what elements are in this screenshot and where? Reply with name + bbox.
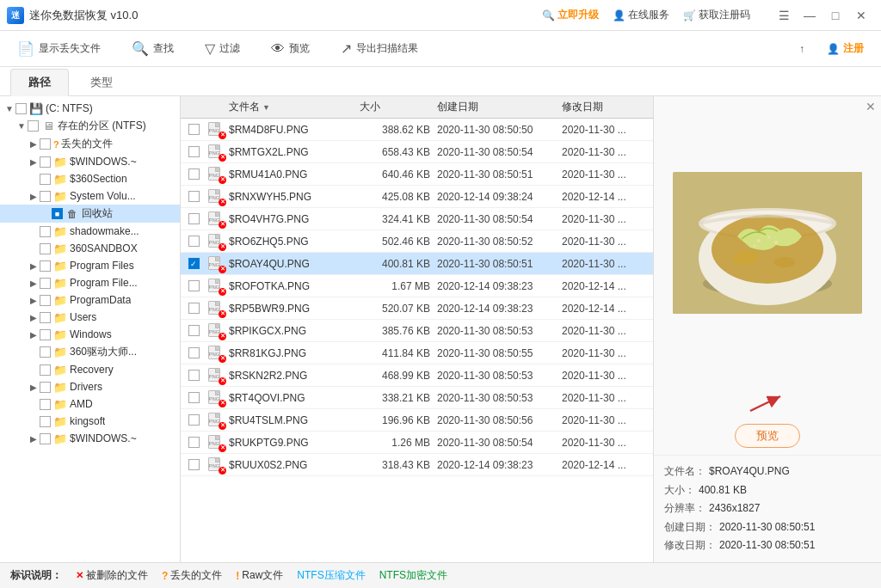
register-code-btn[interactable]: 🛒 获取注册码	[683, 8, 750, 22]
tree-item-amd[interactable]: ▶ 📁 AMD	[0, 395, 180, 413]
tree-item-windows1[interactable]: ▶ 📁 $WINDOWS.~	[0, 153, 180, 170]
checkbox[interactable]	[188, 392, 200, 403]
table-row[interactable]: ✓ PNG ✕ $ROAY4QU.PNG400.81 KB2020-11-30 …	[181, 253, 653, 275]
checkbox[interactable]: ✓	[188, 258, 200, 269]
tree-item-drive-c[interactable]: ▼ 💾 (C: NTFS)	[0, 100, 180, 117]
tree-item-lost-files[interactable]: ▶ ? 丢失的文件	[0, 135, 180, 153]
file-checkbox[interactable]	[181, 392, 206, 403]
file-checkbox[interactable]	[181, 236, 206, 247]
table-row[interactable]: PNG ✕ $RUUX0S2.PNG318.43 KB2020-12-14 09…	[181, 454, 653, 476]
checkbox[interactable]	[188, 459, 200, 470]
file-checkbox[interactable]	[181, 370, 206, 381]
tree-item-recycle[interactable]: ▶ ■ 🗑 回收站	[0, 205, 180, 223]
tree-checkbox-recycle[interactable]: ■	[52, 208, 63, 219]
checkbox[interactable]	[188, 280, 200, 291]
tree-checkbox[interactable]	[40, 156, 51, 168]
share-button[interactable]: ↑	[792, 40, 811, 58]
table-row[interactable]: PNG ✕ $RM4D8FU.PNG388.62 KB2020-11-30 08…	[181, 119, 653, 141]
tree-item-360section[interactable]: ▶ 📁 $360Section	[0, 170, 180, 187]
file-checkbox[interactable]	[181, 213, 206, 224]
preview-close-button[interactable]: ✕	[866, 100, 876, 113]
tree-checkbox[interactable]	[40, 312, 51, 323]
tree-toggle[interactable]: ▼	[3, 102, 15, 114]
table-row[interactable]: PNG ✕ $RMTGX2L.PNG658.43 KB2020-11-30 08…	[181, 141, 653, 163]
file-checkbox[interactable]	[181, 168, 206, 180]
checkbox[interactable]	[188, 437, 200, 448]
table-row[interactable]: PNG ✕ $RU4TSLM.PNG196.96 KB2020-11-30 08…	[181, 409, 653, 432]
checkbox[interactable]	[188, 370, 200, 381]
tree-toggle[interactable]: ▶	[28, 277, 40, 289]
tree-checkbox[interactable]	[40, 364, 51, 376]
checkbox[interactable]	[188, 347, 200, 358]
tree-item-system-vol[interactable]: ▶ 📁 System Volu...	[0, 187, 180, 205]
header-size-col[interactable]: 大小	[356, 100, 434, 114]
file-checkbox[interactable]	[181, 146, 206, 157]
tree-checkbox[interactable]	[40, 226, 51, 237]
table-row[interactable]: PNG ✕ $RPIKGCX.PNG385.76 KB2020-11-30 08…	[181, 320, 653, 342]
maximize-button[interactable]: □	[822, 3, 848, 28]
tree-checkbox[interactable]	[40, 138, 51, 150]
tree-item-program-file2[interactable]: ▶ 📁 Program File...	[0, 274, 180, 291]
file-checkbox[interactable]	[181, 303, 206, 314]
tree-checkbox[interactable]	[15, 103, 27, 114]
tree-item-users[interactable]: ▶ 📁 Users	[0, 309, 180, 326]
table-row[interactable]: PNG ✕ $RR81KGJ.PNG411.84 KB2020-11-30 08…	[181, 342, 653, 364]
file-checkbox[interactable]	[181, 414, 206, 426]
table-row[interactable]: PNG ✕ $RUKPTG9.PNG1.26 MB2020-11-30 08:5…	[181, 432, 653, 454]
tree-checkbox[interactable]	[40, 399, 51, 410]
preview-action-button[interactable]: 预览	[735, 424, 800, 448]
header-name-col[interactable]: 文件名 ▼	[225, 100, 356, 114]
minimize-button[interactable]: —	[797, 3, 822, 28]
tab-type[interactable]: 类型	[72, 69, 131, 95]
file-checkbox[interactable]	[181, 325, 206, 336]
checkbox[interactable]	[188, 213, 200, 224]
tree-toggle[interactable]: ▶	[28, 138, 40, 150]
tree-checkbox[interactable]	[40, 278, 51, 289]
tree-checkbox[interactable]	[40, 295, 51, 306]
file-checkbox[interactable]	[181, 191, 206, 202]
tree-checkbox[interactable]	[40, 174, 51, 185]
tree-checkbox[interactable]	[40, 329, 51, 340]
preview-toolbar-button[interactable]: 👁 预览	[264, 38, 317, 60]
tree-toggle[interactable]: ▶	[28, 156, 40, 168]
table-row[interactable]: PNG ✕ $RO4VH7G.PNG324.41 KB2020-11-30 08…	[181, 208, 653, 230]
table-row[interactable]: PNG ✕ $RP5BWR9.PNG520.07 KB2020-12-14 09…	[181, 297, 653, 320]
table-row[interactable]: PNG ✕ $RSKN2R2.PNG468.99 KB2020-11-30 08…	[181, 364, 653, 387]
tree-item-drivers[interactable]: ▶ 📁 Drivers	[0, 378, 180, 395]
tree-item-windows[interactable]: ▶ 📁 Windows	[0, 326, 180, 343]
tree-item-recovery[interactable]: ▶ 📁 Recovery	[0, 361, 180, 378]
file-checkbox[interactable]	[181, 347, 206, 358]
file-checkbox[interactable]	[181, 280, 206, 291]
show-lost-button[interactable]: 📄 显示丢失文件	[10, 37, 108, 60]
tree-toggle[interactable]: ▶	[28, 432, 40, 444]
tree-item-windows2[interactable]: ▶ 📁 $WINDOWS.~	[0, 430, 180, 447]
file-checkbox[interactable]	[181, 437, 206, 448]
export-button[interactable]: ↗ 导出扫描结果	[334, 37, 425, 60]
tree-checkbox[interactable]	[40, 416, 51, 427]
checkbox[interactable]	[188, 146, 200, 157]
tree-checkbox[interactable]	[40, 433, 51, 444]
tree-checkbox[interactable]	[40, 243, 51, 254]
find-button[interactable]: 🔍 查找	[125, 37, 181, 60]
checkbox[interactable]	[188, 124, 200, 135]
tree-item-program-files[interactable]: ▶ 📁 Program Files	[0, 257, 180, 274]
table-row[interactable]: PNG ✕ $RMU41A0.PNG640.46 KB2020-11-30 08…	[181, 163, 653, 186]
tree-toggle[interactable]: ▶	[28, 190, 40, 202]
register-toolbar-button[interactable]: 👤 注册	[820, 38, 871, 59]
filter-button[interactable]: ▽ 过滤	[198, 37, 247, 60]
menu-icon[interactable]: ☰	[771, 3, 797, 28]
tree-toggle[interactable]: ▶	[28, 328, 40, 340]
tree-checkbox[interactable]	[40, 260, 51, 272]
table-row[interactable]: PNG ✕ $RO6ZHQ5.PNG502.46 KB2020-11-30 08…	[181, 230, 653, 253]
tree-checkbox[interactable]	[28, 120, 39, 132]
close-button[interactable]: ✕	[848, 3, 874, 28]
tree-toggle[interactable]: ▶	[28, 381, 40, 393]
service-btn[interactable]: 👤 在线服务	[613, 8, 669, 22]
checkbox[interactable]	[188, 325, 200, 336]
tree-item-360sandbox[interactable]: ▶ 📁 360SANDBOX	[0, 240, 180, 257]
header-created-col[interactable]: 创建日期	[434, 100, 558, 114]
table-row[interactable]: PNG ✕ $RNXWYH5.PNG425.08 KB2020-12-14 09…	[181, 186, 653, 208]
tree-checkbox[interactable]	[40, 191, 51, 202]
tree-item-programdata[interactable]: ▶ 📁 ProgramData	[0, 291, 180, 309]
tab-path[interactable]: 路径	[10, 69, 69, 96]
